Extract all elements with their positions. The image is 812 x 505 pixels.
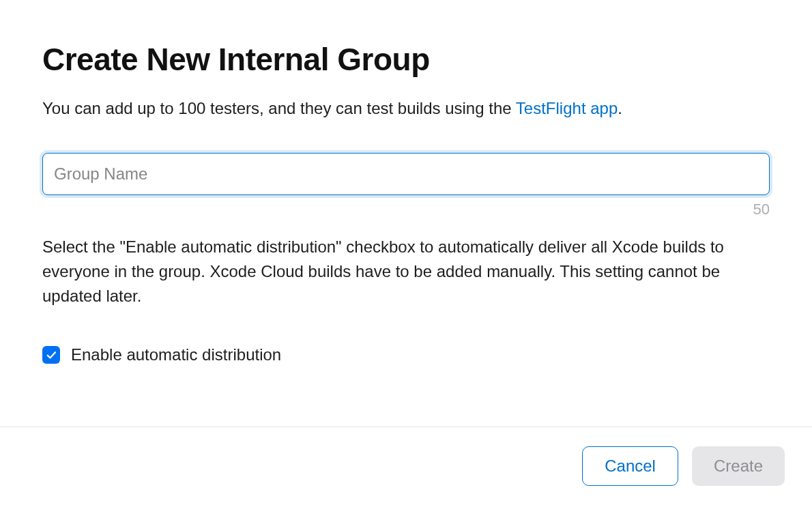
enable-auto-distribution-label: Enable automatic distribution [71,345,281,364]
dialog-footer: Cancel Create [0,427,812,505]
distribution-description: Select the "Enable automatic distributio… [42,235,770,308]
dialog-title: Create New Internal Group [42,41,770,78]
dialog-subtitle: You can add up to 100 testers, and they … [42,97,770,120]
create-group-dialog: Create New Internal Group You can add up… [0,0,812,364]
char-count-label: 50 [753,201,770,218]
create-button[interactable]: Create [692,446,785,486]
subtitle-text-prefix: You can add up to 100 testers, and they … [42,99,516,117]
enable-auto-distribution-row: Enable automatic distribution [42,345,770,364]
testflight-app-link[interactable]: TestFlight app [516,99,618,117]
group-name-input[interactable] [42,153,770,195]
group-name-field-wrapper: 50 [42,153,770,195]
enable-auto-distribution-checkbox[interactable] [42,346,60,364]
cancel-button[interactable]: Cancel [582,446,678,486]
checkmark-icon [45,349,57,361]
subtitle-text-suffix: . [618,99,622,117]
